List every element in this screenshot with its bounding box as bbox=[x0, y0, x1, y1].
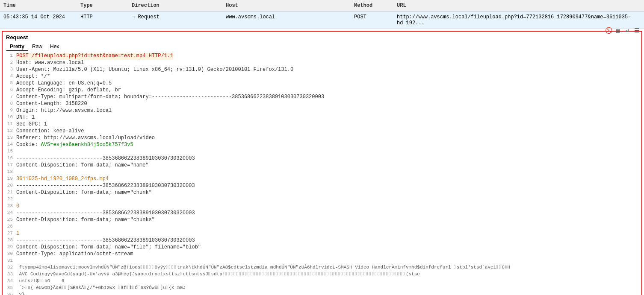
col-header-host: Host bbox=[222, 2, 351, 9]
col-header-type: Type bbox=[77, 2, 128, 9]
line-content: Content-Disposition: form-data; name="ch… bbox=[16, 190, 152, 196]
line-number: 22 bbox=[4, 196, 16, 203]
cell-time: 05:43:35 14 Oct 2024 bbox=[0, 13, 77, 27]
line-number: 32 bbox=[4, 265, 16, 272]
code-line: 14Cookie: AVS=esjes6aenkh84j5oo5k757f3v5 bbox=[3, 142, 641, 149]
line-number: 26 bbox=[4, 224, 16, 231]
code-line: 25Content-Disposition: form-data; name="… bbox=[3, 217, 641, 224]
code-line: 17Content-Disposition: form-data; name="… bbox=[3, 162, 641, 169]
line-number: 30 bbox=[4, 251, 16, 258]
line-number: 29 bbox=[4, 244, 16, 251]
line-number: 19 bbox=[4, 176, 16, 183]
line-number: 34 bbox=[4, 278, 16, 285]
code-line: 13Referer: http://www.avscms.local/uploa… bbox=[3, 135, 641, 142]
line-number: 16 bbox=[4, 155, 16, 162]
line-content: ?} bbox=[16, 292, 25, 295]
code-line: 33 AVC Codingyÿ9avcCd(yagd(-Ux'aÿÿÿ a3@h… bbox=[3, 272, 641, 278]
line-content: Accept: */* bbox=[16, 73, 50, 80]
code-line: 9Origin: http://www.avscms.local bbox=[3, 108, 641, 114]
request-panel-title: Request bbox=[3, 32, 641, 41]
line-content: Sec-GPC: 1 bbox=[16, 121, 47, 128]
request-tabs: Pretty Raw Hex bbox=[3, 41, 641, 53]
line-number: 12 bbox=[4, 128, 16, 135]
line-number: 23 bbox=[4, 203, 16, 210]
tab-hex[interactable]: Hex bbox=[46, 42, 63, 51]
panel-toolbar: 🚫 ▦ ↩ ☰ bbox=[605, 26, 641, 34]
cell-direction: → Request bbox=[128, 13, 222, 27]
code-line: 10DNT: 1 bbox=[3, 114, 641, 121]
code-line: 18 bbox=[3, 169, 641, 176]
tab-raw[interactable]: Raw bbox=[28, 42, 46, 51]
line-number: 31 bbox=[4, 258, 16, 265]
code-area: 1POST /fileupload.php?id=test&name=test.… bbox=[3, 53, 641, 295]
line-number: 5 bbox=[4, 80, 16, 87]
cell-host: www.avscms.local bbox=[222, 13, 351, 27]
code-line: 30Content-Type: application/octet-stream bbox=[3, 251, 641, 258]
code-line: 6Accept-Encoding: gzip, deflate, br bbox=[3, 87, 641, 94]
line-content: Referer: http://www.avscms.local/upload/… bbox=[16, 135, 155, 142]
code-line: 24----------------------------3853686622… bbox=[3, 210, 641, 217]
line-number: 4 bbox=[4, 73, 16, 80]
col-header-url: URL bbox=[393, 2, 644, 9]
line-content: POST /fileupload.php?id=test&name=test.m… bbox=[16, 53, 173, 60]
code-line: 34 üstszl$  bG 6 bbox=[3, 278, 641, 285]
line-content: DNT: 1 bbox=[16, 114, 35, 121]
request-panel: Request Pretty Raw Hex 1POST /fileupload… bbox=[2, 31, 642, 295]
line-content: Cookie: AVS=esjes6aenkh84j5oo5k757f3v5 bbox=[16, 142, 133, 149]
line-content: 0 bbox=[16, 203, 19, 210]
line-number: 1 bbox=[4, 53, 16, 60]
code-line: 15 bbox=[3, 149, 641, 155]
line-number: 35 bbox=[4, 285, 16, 292]
line-content: ----------------------------385368662238… bbox=[16, 237, 195, 244]
code-line: 36 ?} bbox=[3, 292, 641, 295]
line-content: AVC Codingyÿ9avcCd(yagd(-Ux'aÿÿÿ a3@héç{… bbox=[16, 272, 420, 278]
code-line: 31 bbox=[3, 258, 641, 265]
code-line: 12Connection: keep-alive bbox=[3, 128, 641, 135]
code-line: 5Accept-Language: en-US,en;q=0.5 bbox=[3, 80, 641, 87]
code-line: 29Content-Disposition: form-data; name="… bbox=[3, 244, 641, 251]
line-number: 28 bbox=[4, 237, 16, 244]
line-number: 27 bbox=[4, 231, 16, 237]
wrap-icon[interactable]: ↩ bbox=[623, 26, 631, 34]
menu-icon[interactable]: ☰ bbox=[633, 26, 641, 34]
code-line: 28----------------------------3853686622… bbox=[3, 237, 641, 244]
code-line: 4Accept: */* bbox=[3, 73, 641, 80]
col-header-direction: Direction bbox=[128, 2, 222, 9]
code-line: 2Host: www.avscms.local bbox=[3, 60, 641, 67]
line-number: 6 bbox=[4, 87, 16, 94]
line-content: Content-Disposition: form-data; name="fi… bbox=[16, 244, 201, 251]
line-number: 8 bbox=[4, 101, 16, 108]
line-number: 24 bbox=[4, 210, 16, 217]
line-number: 3 bbox=[4, 67, 16, 73]
line-number: 20 bbox=[4, 183, 16, 190]
line-content: ftypmp42mp4lisomavc1;moovlmvhdÚN"ÚN"z@!i… bbox=[16, 265, 510, 272]
line-content: `> n{-èUwOD}Ã¢é  [%ÈSšÃ ¿/"+GbI2wX  ãf Î… bbox=[16, 285, 186, 292]
line-number: 2 bbox=[4, 60, 16, 67]
line-content: Accept-Language: en-US,en;q=0.5 bbox=[16, 80, 112, 87]
code-line: 271 bbox=[3, 231, 641, 237]
line-content: Content-Type: application/octet-stream bbox=[16, 251, 133, 258]
table-row[interactable]: 05:43:35 14 Oct 2024 HTTP → Request www.… bbox=[0, 12, 644, 29]
cell-url: http://www.avscms.local/fileupload.php?i… bbox=[393, 13, 644, 27]
line-content: Content-Length: 3158220 bbox=[16, 101, 87, 108]
eye-slash-icon[interactable]: 🚫 bbox=[605, 26, 612, 34]
code-line: 26 bbox=[3, 224, 641, 231]
line-content: üstszl$  bG 6 bbox=[16, 278, 64, 285]
tab-pretty[interactable]: Pretty bbox=[6, 42, 28, 51]
table-header: Time Type Direction Host Method URL bbox=[0, 0, 644, 12]
code-line: 8Content-Length: 3158220 bbox=[3, 101, 641, 108]
line-content: Content-Disposition: form-data; name="ch… bbox=[16, 217, 155, 224]
col-header-method: Method bbox=[351, 2, 393, 9]
line-content: Content-Type: multipart/form-data; bound… bbox=[16, 94, 324, 101]
line-number: 11 bbox=[4, 121, 16, 128]
grid-icon[interactable]: ▦ bbox=[614, 26, 622, 34]
code-line: 22 bbox=[3, 196, 641, 203]
line-number: 13 bbox=[4, 135, 16, 142]
line-number: 33 bbox=[4, 272, 16, 278]
line-content: 1 bbox=[16, 231, 19, 237]
line-content: Origin: http://www.avscms.local bbox=[16, 108, 112, 114]
code-line: 32 ftypmp42mp4lisomavc1;moovlmvhdÚN"ÚN"z… bbox=[3, 265, 641, 272]
line-content: Accept-Encoding: gzip, deflate, br bbox=[16, 87, 121, 94]
col-header-time: Time bbox=[0, 2, 77, 9]
code-line: 230 bbox=[3, 203, 641, 210]
